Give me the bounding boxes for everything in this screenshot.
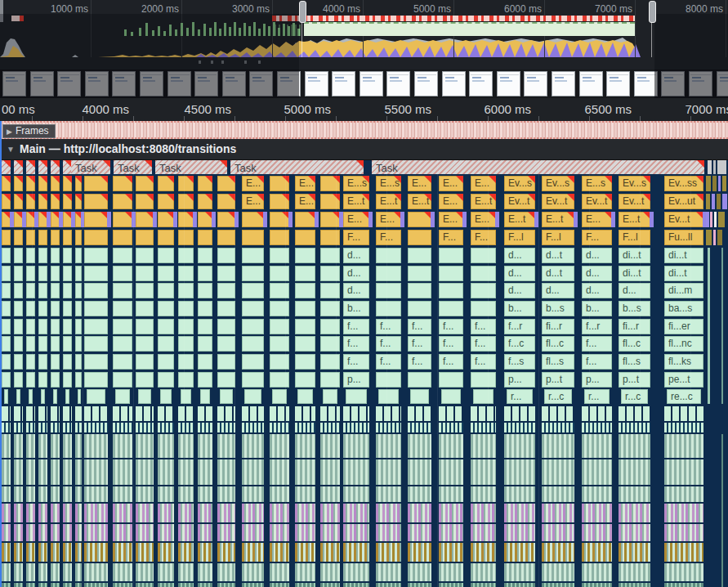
js-frame-bar[interactable] [136, 283, 154, 298]
js-frame-bar[interactable] [158, 301, 174, 316]
js-frame-bar[interactable] [295, 301, 315, 316]
js-frame-bar[interactable] [14, 266, 23, 281]
js-frame-bar[interactable]: fl...c [619, 336, 650, 352]
event-bar[interactable] [84, 230, 108, 245]
js-frame-bar[interactable]: f...r [504, 319, 535, 334]
event-bar[interactable]: F... [343, 230, 369, 245]
js-frame-bar[interactable]: p...t [619, 372, 650, 388]
main-track-header[interactable]: ▼ Main — http://localhost:8080/transitio… [0, 139, 728, 160]
js-frame-bar[interactable]: b...s [542, 301, 574, 316]
bottom-activity-column[interactable] [178, 434, 194, 587]
js-frame-bar[interactable] [270, 319, 289, 334]
js-frame-bar[interactable]: di...t [664, 266, 703, 281]
micro-activity-bar[interactable] [136, 406, 154, 421]
micro-activity-bar[interactable] [504, 406, 535, 421]
event-bar[interactable]: E...t [504, 212, 535, 227]
js-frame-bar[interactable] [160, 389, 172, 404]
js-frame-bar[interactable] [136, 301, 154, 316]
micro-activity-bar[interactable] [542, 406, 574, 421]
micro-activity-bar[interactable] [408, 406, 431, 421]
js-frame-bar[interactable] [38, 319, 47, 334]
event-bar[interactable] [113, 194, 132, 209]
event-bar[interactable] [113, 176, 132, 191]
js-frame-bar[interactable] [471, 283, 496, 298]
js-frame-bar[interactable] [408, 283, 431, 298]
js-frame-bar[interactable]: p...t [542, 372, 574, 388]
event-bar[interactable]: F... [439, 230, 463, 245]
js-frame-bar[interactable] [471, 372, 496, 388]
js-frame-bar[interactable] [439, 283, 463, 298]
js-frame-bar[interactable] [26, 248, 35, 263]
js-frame-bar[interactable]: b... [582, 301, 612, 316]
js-frame-bar[interactable] [63, 301, 72, 316]
bottom-activity-column[interactable] [51, 434, 60, 587]
js-frame-bar[interactable] [295, 248, 315, 263]
event-bar[interactable] [2, 176, 11, 191]
screenshot-thumbnail[interactable] [414, 71, 438, 96]
event-bar[interactable]: Ev...t [504, 194, 535, 209]
js-frame-bar[interactable] [84, 319, 108, 334]
micro-activity-bar[interactable] [471, 423, 496, 432]
js-frame-bar[interactable] [270, 266, 289, 281]
js-frame-bar[interactable] [471, 301, 496, 316]
js-frame-bar[interactable] [217, 319, 235, 334]
js-frame-bar[interactable] [14, 248, 23, 263]
event-bar[interactable]: E...s [582, 176, 612, 191]
js-frame-bar[interactable]: b...s [619, 301, 650, 316]
micro-activity-bar[interactable] [158, 423, 174, 432]
micro-activity-bar[interactable] [664, 423, 703, 432]
js-frame-bar[interactable] [217, 266, 235, 281]
js-frame-bar[interactable] [320, 283, 340, 298]
js-frame-bar[interactable] [51, 354, 60, 370]
event-bar[interactable] [408, 230, 431, 245]
js-frame-bar[interactable] [113, 354, 132, 370]
micro-activity-bar[interactable] [84, 406, 108, 421]
js-frame-bar[interactable] [14, 354, 23, 370]
event-bar[interactable] [75, 194, 82, 209]
js-frame-bar[interactable]: d... [504, 283, 535, 298]
js-frame-bar[interactable] [376, 301, 401, 316]
js-frame-bar[interactable] [63, 372, 72, 388]
task-bar[interactable] [38, 160, 47, 174]
js-frame-bar[interactable] [376, 266, 401, 281]
js-frame-bar[interactable] [75, 301, 82, 316]
event-bar[interactable] [217, 230, 235, 245]
js-frame-bar[interactable] [217, 336, 235, 352]
js-frame-bar[interactable]: fl...s [619, 354, 650, 370]
event-bar[interactable] [178, 176, 194, 191]
js-frame-bar[interactable] [84, 283, 108, 298]
js-frame-bar[interactable] [75, 354, 82, 370]
event-bar[interactable] [63, 230, 72, 245]
event-bar[interactable] [217, 194, 235, 209]
task-bar[interactable]: Task [155, 160, 227, 174]
js-frame-bar[interactable] [113, 283, 132, 298]
event-bar[interactable] [198, 230, 212, 245]
js-frame-bar[interactable] [346, 389, 367, 404]
event-bar[interactable] [26, 194, 35, 209]
js-frame-bar[interactable] [51, 336, 60, 352]
micro-activity-bar[interactable] [376, 423, 401, 432]
js-frame-bar[interactable]: fl...s [542, 354, 574, 370]
micro-activity-bar[interactable] [270, 406, 289, 421]
js-frame-bar[interactable]: d...t [542, 248, 574, 263]
js-frame-bar[interactable] [14, 372, 23, 388]
js-frame-bar[interactable] [270, 283, 289, 298]
event-bar[interactable]: Ev...ss [664, 176, 703, 191]
event-bar[interactable]: Fu...ll [664, 230, 703, 245]
js-frame-bar[interactable] [242, 319, 264, 334]
js-frame-bar[interactable]: di...t [664, 248, 703, 263]
bottom-activity-column[interactable] [270, 434, 289, 587]
js-frame-bar[interactable] [198, 248, 212, 263]
bottom-activity-column[interactable] [38, 434, 47, 587]
screenshot-thumbnail[interactable] [579, 71, 603, 96]
js-frame-bar[interactable]: f... [471, 336, 496, 352]
event-bar[interactable]: E...t [542, 212, 574, 227]
micro-activity-bar[interactable] [14, 423, 23, 432]
event-bar[interactable]: E...t [376, 194, 401, 209]
js-frame-bar[interactable] [113, 372, 132, 388]
js-frame-bar[interactable]: f... [343, 336, 369, 352]
js-frame-bar[interactable] [2, 266, 11, 281]
js-frame-bar[interactable] [471, 248, 496, 263]
js-frame-bar[interactable]: p... [343, 372, 369, 388]
bottom-activity-column[interactable] [471, 434, 496, 587]
